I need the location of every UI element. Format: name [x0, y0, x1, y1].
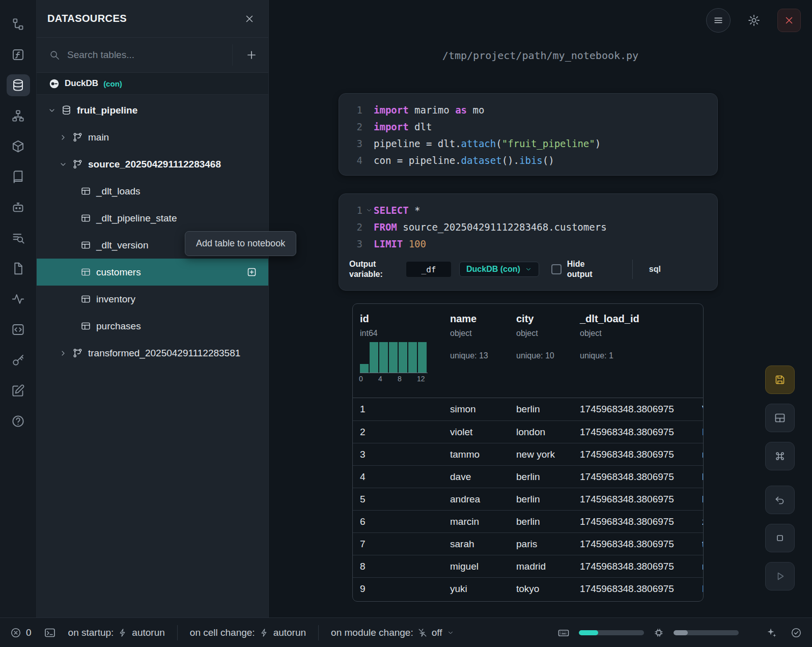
status-bar: 0 on startup: autorun on cell change: au… [0, 617, 812, 647]
line-number: 4 [349, 155, 362, 166]
command-palette-button[interactable] [765, 442, 795, 470]
notebook-icon[interactable] [7, 166, 30, 188]
hide-output-checkbox[interactable] [551, 264, 562, 274]
engine-name: DuckDB [65, 78, 98, 89]
tracing-icon[interactable] [7, 288, 30, 310]
add-datasource-button[interactable] [240, 43, 263, 67]
engine-select[interactable]: DuckDB (con) [459, 262, 539, 277]
layout-button[interactable] [765, 404, 795, 432]
shutdown-button[interactable] [777, 9, 801, 32]
table-row[interactable]: 8miguelmadrid1745968348.3806975r [353, 555, 703, 577]
search-input[interactable] [67, 49, 225, 61]
on-module-change-config[interactable]: on module change: off [331, 627, 454, 638]
table-cell: tammo [443, 449, 509, 460]
table-cell: V [695, 404, 704, 415]
secrets-icon[interactable] [7, 349, 30, 371]
table-cell: 1745968348.3806975 [573, 494, 695, 505]
table-cell: 1745968348.3806975 [573, 471, 695, 483]
table-row[interactable]: 1simonberlin1745968348.3806975V [353, 398, 703, 420]
undo-button[interactable] [765, 486, 795, 514]
keyboard-icon [557, 627, 570, 639]
sparkle-icon[interactable] [765, 627, 777, 639]
on-cell-change-value: autorun [273, 627, 306, 638]
run-button[interactable] [765, 562, 795, 590]
column-header-clipped[interactable] [695, 313, 704, 398]
code-line: 2FROM source_202504291112283468.customer… [349, 218, 707, 235]
sql-cell[interactable]: 1SELECT *2FROM source_202504291112283468… [339, 193, 718, 291]
table-row[interactable]: 5andreaberlin1745968348.3806975k [353, 488, 703, 510]
chevron-down-icon [59, 160, 67, 168]
stop-button[interactable] [765, 524, 795, 552]
table-cell: 1745968348.3806975 [573, 516, 695, 527]
tree-item-inventory[interactable]: inventory [37, 286, 268, 313]
table-cell: 1745968348.3806975 [573, 449, 695, 460]
errors-button[interactable]: 0 [10, 627, 32, 638]
dependencies-icon[interactable] [7, 105, 30, 127]
save-button[interactable] [765, 365, 795, 394]
table-cell: simon [443, 404, 509, 415]
ai-assistant-icon[interactable] [7, 196, 30, 218]
tree-item-source_202504291112283468[interactable]: source_202504291112283468 [37, 151, 268, 178]
menu-button[interactable] [706, 8, 731, 33]
file-explorer-icon[interactable] [7, 13, 30, 35]
sql-code: 1SELECT *2FROM source_202504291112283468… [349, 202, 707, 252]
table-row[interactable]: 7sarahparis1745968348.3806975t [353, 532, 703, 555]
secondary-slider[interactable] [674, 630, 739, 635]
tree-item-label: _dlt_loads [96, 186, 141, 197]
table-cell: madrid [509, 561, 573, 572]
tree-item-label: _dlt_pipeline_state [96, 213, 177, 224]
table-cell: 8 [353, 561, 443, 572]
documentation-icon[interactable] [7, 258, 30, 279]
column-header-_dlt_load_id[interactable]: _dlt_load_idobjectunique: 1 [573, 313, 695, 398]
column-header-id[interactable]: idint6404812 [353, 313, 443, 398]
on-cell-change-config[interactable]: on cell change: autorun [190, 627, 306, 638]
functions-icon[interactable] [7, 44, 30, 66]
keyboard-slider[interactable] [579, 630, 644, 635]
tree-item-customers[interactable]: customers [37, 259, 268, 286]
terminal-button[interactable] [44, 627, 56, 639]
table-row[interactable]: 9yukitokyo1745968348.3806975E [353, 577, 703, 600]
table-row[interactable]: 4daveberlin1745968348.3806975h [353, 465, 703, 488]
logs-icon[interactable] [7, 227, 30, 249]
code-line: 4con = pipeline.dataset().ibis() [349, 152, 707, 168]
scratchpad-icon[interactable] [7, 380, 30, 402]
table-cell: h [695, 471, 704, 483]
settings-button[interactable] [742, 9, 766, 32]
table-cell: k [695, 494, 704, 505]
output-variable-input[interactable]: _df [406, 262, 451, 277]
add-table-icon[interactable] [246, 267, 257, 277]
tree-item-transformed_202504291112283581[interactable]: transformed_202504291112283581 [37, 340, 268, 367]
help-icon[interactable] [7, 410, 30, 432]
tree-item-purchases[interactable]: purchases [37, 313, 268, 340]
table-cell: 7 [353, 539, 443, 550]
column-header-city[interactable]: cityobjectunique: 10 [509, 313, 573, 398]
datasources-icon[interactable] [7, 74, 30, 96]
close-panel-icon[interactable] [244, 13, 255, 24]
tree-item-main[interactable]: main [37, 124, 268, 151]
table-row[interactable]: 3tammonew york1745968348.3806975n [353, 443, 703, 465]
error-count: 0 [26, 627, 32, 638]
engine-select-value: DuckDB (con) [466, 265, 520, 274]
tree-item-fruit_pipeline[interactable]: fruit_pipeline [37, 97, 268, 124]
notebook-path[interactable]: /tmp/project/path/my_notebook.py [269, 49, 812, 62]
tree-item-_dlt_pipeline_state[interactable]: _dlt_pipeline_state [37, 205, 268, 232]
tree-item-_dlt_loads[interactable]: _dlt_loads [37, 178, 268, 205]
on-startup-config[interactable]: on startup: autorun [68, 627, 165, 638]
column-header-name[interactable]: nameobjectunique: 13 [443, 313, 509, 398]
panel-title: DATASOURCES [47, 13, 127, 24]
tree-item-label: fruit_pipeline [77, 105, 137, 116]
slider-fill [579, 630, 598, 635]
snippets-icon[interactable] [7, 319, 30, 341]
table-row[interactable]: 2violetlondon1745968348.3806975D [353, 420, 703, 443]
check-circle-icon[interactable] [791, 627, 802, 638]
engine-row-duckdb[interactable]: DuckDB (con) [37, 73, 268, 95]
collapse-chevron-icon[interactable] [366, 207, 373, 214]
line-number: 1 [349, 104, 362, 116]
engine-connection-badge: (con) [103, 79, 122, 88]
python-cell[interactable]: 1import marimo as mo2import dlt3pipeline… [339, 93, 718, 176]
packages-icon[interactable] [7, 135, 30, 157]
language-badge: sql [649, 265, 661, 274]
table-cell: 6 [353, 516, 443, 527]
tree-item-label: purchases [96, 321, 141, 332]
table-row[interactable]: 6marcinberlin1745968348.3806975z [353, 510, 703, 532]
